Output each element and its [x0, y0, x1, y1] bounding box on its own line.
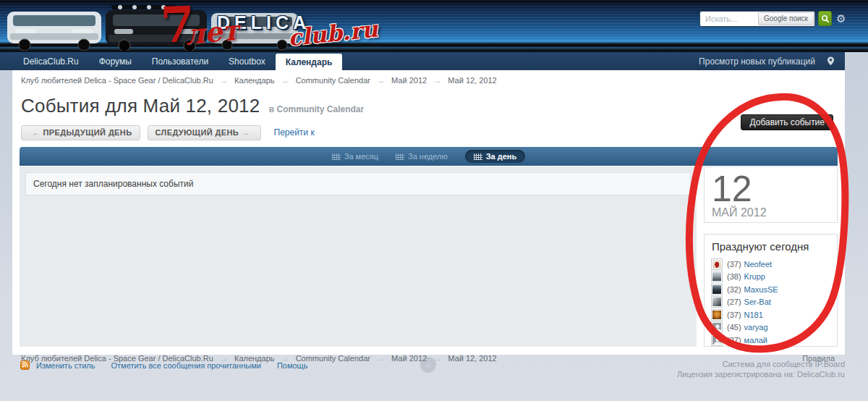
left-arrow-icon: ←: [32, 128, 40, 137]
breadcrumb-separator: →: [281, 76, 289, 85]
nav-item-users[interactable]: Пользователи: [142, 52, 218, 70]
location-pin-icon[interactable]: [827, 56, 835, 66]
nav-item-shoutbox[interactable]: Shoutbox: [218, 52, 276, 70]
birthdays-panel: Празднуют сегодня (37) Neofeet (38) Krup…: [704, 234, 838, 347]
nav-items: DelicaClub.Ru Форумы Пользователи Shoutb…: [13, 52, 342, 70]
nav-item-calendar-active[interactable]: Календарь: [276, 54, 343, 70]
birthday-age: (45): [727, 323, 741, 332]
breadcrumb-community-calendar[interactable]: Community Calendar: [296, 76, 370, 85]
google-search-button[interactable]: Google поиск: [758, 12, 814, 25]
breadcrumb-calendar[interactable]: Календарь: [234, 76, 275, 85]
copyright: Система для сообществ IP.Board Лицензия …: [677, 359, 845, 379]
birthday-age: (37): [727, 311, 741, 319]
avatar: [712, 284, 722, 295]
site-banner: 7 DELICA лет club.ru Google поиск ⚙: [0, 0, 868, 52]
avatar: [712, 335, 722, 345]
birthday-age: (37): [727, 260, 741, 269]
birthday-user-link[interactable]: Krupp: [744, 272, 765, 281]
breadcrumb-separator: →: [377, 76, 385, 85]
content-wrapper: Клуб любителей Delica - Space Gear / Del…: [12, 70, 845, 355]
birthday-age: (32): [727, 285, 741, 294]
previous-day-label: ПРЕДЫДУЩИЙ ДЕНЬ: [43, 128, 132, 137]
logo-let: лет: [184, 14, 240, 51]
search-area: Google поиск ⚙: [699, 10, 846, 27]
breadcrumb-month[interactable]: Май 2012: [391, 76, 427, 85]
calendar-grid-icon: [474, 153, 482, 160]
page-footer: Изменить стиль Отметить все сообщения пр…: [0, 356, 868, 379]
month-year-label: МАЙ 2012: [712, 206, 830, 219]
footer-links: Изменить стиль Отметить все сообщения пр…: [20, 360, 323, 370]
view-tab-month[interactable]: За месяц: [332, 152, 378, 161]
day-number: 12: [712, 170, 830, 208]
birthday-age: (38): [727, 272, 741, 281]
breadcrumb-separator: →: [433, 76, 441, 85]
birthday-user-link[interactable]: MaxusSE: [744, 285, 778, 294]
birthday-row: (37) Neofeet: [712, 258, 830, 271]
magnifier-icon: [821, 14, 830, 23]
previous-day-button[interactable]: ← ПРЕДЫДУЩИЙ ДЕНЬ: [21, 125, 140, 140]
search-submit-button[interactable]: [818, 11, 832, 26]
birthday-user-link[interactable]: Ser-Bat: [744, 297, 771, 306]
add-event-button[interactable]: Добавить событие: [741, 114, 833, 130]
breadcrumb: Клуб любителей Delica - Space Gear / Del…: [20, 70, 838, 85]
search-box: Google поиск: [699, 11, 815, 27]
avatar: [712, 259, 722, 269]
view-new-posts-link[interactable]: Просмотр новых публикаций: [699, 56, 815, 67]
avatar: [712, 271, 722, 282]
calendar-grid-icon: [396, 153, 404, 160]
next-day-label: СЛЕДУЮЩИЙ ДЕНЬ: [156, 128, 239, 137]
birthday-row: (27) малай: [712, 334, 830, 347]
content-row: Сегодня нет запланированных событий 12 М…: [20, 166, 838, 347]
birthday-row: (27) Ser-Bat: [712, 296, 830, 309]
no-events-message: Сегодня нет запланированных событий: [25, 172, 691, 195]
right-arrow-icon: →: [242, 128, 250, 137]
calendar-grid-icon: [332, 153, 341, 160]
up-arrow-icon: [425, 363, 431, 367]
help-link[interactable]: Помощь: [277, 361, 308, 370]
birthday-row: (45) varyag: [712, 321, 830, 334]
nav-right: Просмотр новых публикаций: [699, 52, 835, 70]
avatar: [712, 297, 722, 307]
avatar: [712, 322, 722, 332]
page-subtitle: в Community Calendar: [269, 104, 364, 114]
nav-item-forums[interactable]: Форумы: [89, 52, 142, 70]
birthday-age: (27): [727, 336, 741, 345]
view-tab-week-label: За неделю: [408, 152, 448, 161]
birthday-user-link[interactable]: N181: [744, 311, 763, 319]
view-tab-day-active[interactable]: За день: [465, 150, 526, 163]
birthday-user-link[interactable]: Neofeet: [744, 260, 773, 269]
nav-item-delicaclub[interactable]: DelicaClub.Ru: [13, 52, 89, 70]
jump-to-link[interactable]: Перейти к: [274, 127, 315, 138]
avatar: [712, 310, 722, 320]
copyright-line1: Система для сообществ IP.Board: [677, 359, 845, 369]
birthday-row: (32) MaxusSE: [712, 283, 830, 296]
copyright-line2: Лицензия зарегистрирована на: DelicaClub…: [677, 369, 845, 379]
breadcrumb-separator: →: [220, 76, 228, 85]
main-navbar: DelicaClub.Ru Форумы Пользователи Shoutb…: [0, 52, 845, 70]
calendar-view-bar: За месяц За неделю За день: [20, 147, 838, 166]
mark-read-link[interactable]: Отметить все сообщения прочитанными: [111, 361, 261, 370]
gear-icon[interactable]: ⚙: [836, 13, 846, 24]
scroll-to-top-button[interactable]: [420, 357, 436, 373]
change-style-link[interactable]: Изменить стиль: [36, 361, 95, 370]
calendar-sidebar: 12 МАЙ 2012 Празднуют сегодня (37) Neofe…: [704, 166, 838, 347]
date-panel: 12 МАЙ 2012: [704, 166, 838, 223]
view-tab-week[interactable]: За неделю: [396, 152, 448, 161]
birthdays-title: Празднуют сегодня: [712, 240, 830, 253]
birthday-row: (38) Krupp: [712, 271, 830, 284]
birthday-age: (27): [727, 297, 741, 306]
rss-icon[interactable]: [20, 360, 30, 370]
birthday-row: (37) N181: [712, 308, 830, 321]
breadcrumb-day: Май 12, 2012: [448, 76, 496, 85]
page-title-row: События для Май 12, 2012 в Community Cal…: [21, 95, 838, 117]
birthday-user-link[interactable]: малай: [744, 336, 767, 345]
day-toolbar: ← ПРЕДЫДУЩИЙ ДЕНЬ СЛЕДУЮЩИЙ ДЕНЬ → Перей…: [21, 124, 838, 140]
page-title: События для Май 12, 2012: [21, 95, 260, 117]
birthday-user-link[interactable]: varyag: [744, 323, 768, 332]
next-day-button[interactable]: СЛЕДУЮЩИЙ ДЕНЬ →: [148, 125, 261, 140]
view-tab-day-label: За день: [486, 152, 517, 161]
view-tab-month-label: За месяц: [344, 152, 378, 161]
calendar-day-area: Сегодня нет запланированных событий: [20, 166, 697, 347]
breadcrumb-home[interactable]: Клуб любителей Delica - Space Gear / Del…: [21, 76, 213, 85]
